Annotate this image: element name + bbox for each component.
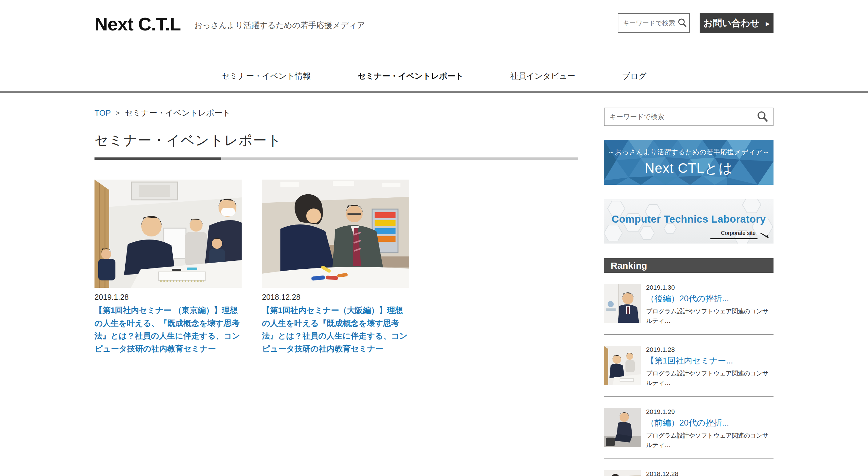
breadcrumb-current: セミナー・イベントレポート [125,108,230,118]
article-title-link[interactable]: 【第1回社内セミナー （東京編）】理想の人生を叶える、『既成概念を壊す思考法』と… [94,304,242,355]
arrow-right-icon: ▶ [766,20,770,27]
ranking-item[interactable]: 2018.12.28 【第1回社内セミナー... プログラム設計やソフトウェア関… [604,459,774,476]
main-nav: セミナー・イベント情報 セミナー・イベントレポート 社員インタビュー ブログ [0,62,868,91]
ranking-description: プログラム設計やソフトウェア関連のコンサルティ… [646,431,774,450]
ranking-item[interactable]: 2019.1.28 【第1回社内セミナー... プログラム設計やソフトウェア関連… [604,335,774,397]
corporate-site-label: Corporate site [710,230,757,239]
ranking-list: 2019.1.30 （後編）20代の挫折... プログラム設計やソフトウェア関連… [604,273,774,476]
ranking-date: 2019.1.30 [646,284,774,291]
ranking-date: 2019.1.29 [646,408,774,415]
ranking-description: プログラム設計やソフトウェア関連のコンサルティ… [646,369,774,388]
sidebar-search-box [604,108,774,126]
article-card: 2019.1.28 【第1回社内セミナー （東京編）】理想の人生を叶える、『既成… [94,179,242,355]
ranking-header: Ranking [604,258,774,273]
ranking-thumb-office-man[interactable] [604,284,641,323]
ranking-thumb-sitting-man[interactable] [604,408,641,447]
nav-item-seminar-report[interactable]: セミナー・イベントレポート [358,71,464,81]
article-photo-osaka-seminar[interactable] [262,179,409,288]
ranking-description: プログラム設計やソフトウェア関連のコンサルティ… [646,307,774,326]
ranking-thumb-seminar-room[interactable] [604,346,641,385]
nav-item-interview[interactable]: 社員インタビュー [510,71,575,81]
page-title: セミナー・イベントレポート [94,131,578,149]
nav-item-seminar-info[interactable]: セミナー・イベント情報 [221,71,311,81]
article-card: 2018.12.28 【第1回社内セミナー（大阪編）】理想の人生を叶える『既成概… [262,179,409,355]
about-banner-title: Next CTLとは [645,159,733,177]
site-logo[interactable]: Next C.T.L [94,13,181,35]
corporate-banner[interactable]: Computer Technics Laboratory Corporate s… [604,199,774,243]
breadcrumb: TOP > セミナー・イベントレポート [94,108,578,118]
sidebar-search-input[interactable] [604,108,773,126]
article-list: 2019.1.28 【第1回社内セミナー （東京編）】理想の人生を叶える、『既成… [94,179,578,355]
ranking-date: 2019.1.28 [646,346,774,353]
breadcrumb-separator: > [116,109,120,117]
ranking-title-link[interactable]: 【第1回社内セミナー... [646,355,774,366]
sidebar: ～おっさんより活躍するための若手応援メディア～ Next CTLとは Co [604,108,774,476]
arrow-down-right-icon [760,233,769,239]
ranking-item[interactable]: 2019.1.30 （後編）20代の挫折... プログラム設計やソフトウェア関連… [604,273,774,335]
about-banner-subtitle: ～おっさんより活躍するための若手応援メディア～ [608,147,770,157]
ranking-title-link[interactable]: （前編）20代の挫折... [646,417,774,428]
site-tagline: おっさんより活躍するための若手応援メディア [194,18,365,31]
breadcrumb-top-link[interactable]: TOP [94,108,111,118]
site-header: Next C.T.L おっさんより活躍するための若手応援メディア お問い合わせ … [0,0,868,62]
title-underline-accent [94,158,221,160]
nav-item-blog[interactable]: ブログ [622,71,647,81]
search-icon[interactable] [677,18,688,28]
article-title-link[interactable]: 【第1回社内セミナー（大阪編）】理想の人生を叶える『既成概念を壊す思考法』とは？… [262,304,409,355]
ranking-title-link[interactable]: （後編）20代の挫折... [646,293,774,304]
article-photo-tokyo-seminar[interactable] [94,179,242,288]
ranking-item[interactable]: 2019.1.29 （前編）20代の挫折... プログラム設計やソフトウェア関連… [604,397,774,459]
main-column: TOP > セミナー・イベントレポート セミナー・イベントレポート [94,108,578,355]
article-date: 2019.1.28 [94,293,242,302]
about-banner[interactable]: ～おっさんより活躍するための若手応援メディア～ Next CTLとは [604,140,774,185]
corporate-site-link[interactable]: Corporate site [710,230,769,239]
header-divider [0,91,868,93]
corporate-banner-title: Computer Technics Laboratory [604,213,774,225]
article-date: 2018.12.28 [262,293,409,302]
ranking-thumb-table-pair[interactable] [604,470,641,476]
contact-button-label: お問い合わせ [703,17,760,30]
header-search-box [618,13,690,33]
header-actions: お問い合わせ ▶ [618,13,774,33]
ranking-date: 2018.12.28 [646,470,774,476]
title-underline [94,158,578,160]
contact-button[interactable]: お問い合わせ ▶ [700,13,774,33]
search-icon[interactable] [756,110,769,123]
